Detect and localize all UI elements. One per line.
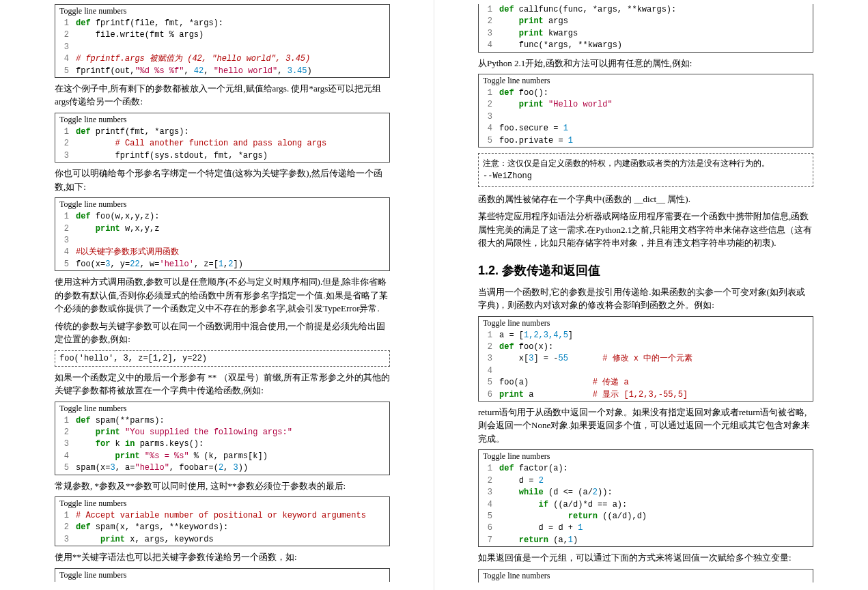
para: 从Python 2.1开始,函数和方法可以拥有任意的属性,例如:	[478, 57, 813, 70]
toggle-link[interactable]: Toggle line numbers	[479, 74, 813, 87]
code-block-mutable: Toggle line numbers 1a = [1,2,3,4,5] 2de…	[478, 316, 813, 402]
page-gutter	[434, 0, 434, 590]
toggle-link[interactable]: Toggle line numbers	[55, 569, 389, 582]
para: 常规参数, *参数及**参数可以同时使用, 这时**参数必须位于参数表的最后:	[55, 479, 390, 493]
code-block-fprintf: Toggle line numbers 1def fprintf(file, f…	[55, 4, 390, 78]
code-block-cut: Toggle line numbers	[478, 569, 813, 582]
toggle-link[interactable]: Toggle line numbers	[479, 317, 813, 330]
left-page: Toggle line numbers 1def fprintf(file, f…	[0, 0, 431, 590]
toggle-link[interactable]: Toggle line numbers	[55, 402, 389, 415]
para: 在这个例子中,所有剩下的参数都被放入一个元组,赋值给args. 使用*args还…	[55, 82, 390, 109]
toggle-link[interactable]: Toggle line numbers	[479, 570, 813, 582]
note-line: 注意：这仅仅是自定义函数的特权，内建函数或者类的方法是没有这种行为的。	[483, 158, 809, 169]
code-block-foo-attr: Toggle line numbers 1def foo(): 2 print …	[478, 74, 813, 148]
toggle-link[interactable]: Toggle line numbers	[479, 450, 813, 463]
para: 某些特定应用程序如语法分析器或网络应用程序需要在一个函数中携带附加信息,函数属性…	[478, 210, 813, 250]
para: 如果返回值是一个元组，可以通过下面的方式来将返回值一次赋给多个独立变量:	[478, 551, 813, 565]
toggle-link[interactable]: Toggle line numbers	[55, 497, 389, 510]
para: 你也可以明确给每个形参名字绑定一个特定值(这称为关键字参数),然后传递给一个函数…	[55, 167, 390, 193]
code-block-cut: Toggle line numbers	[55, 568, 390, 582]
code-block-spam: Toggle line numbers 1def spam(**parms): …	[55, 402, 390, 475]
para: return语句用于从函数中返回一个对象。如果没有指定返回对象或者return语…	[478, 406, 813, 446]
section-heading: 1.2. 参数传递和返回值	[478, 262, 813, 279]
note-box: 注意：这仅仅是自定义函数的特权，内建函数或者类的方法是没有这种行为的。 --We…	[478, 153, 813, 187]
toggle-link[interactable]: Toggle line numbers	[55, 198, 389, 211]
code-block-foo-kw: Toggle line numbers 1def foo(w,x,y,z): 2…	[55, 197, 390, 271]
right-page: 1def callfunc(func, *args, **kwargs): 2 …	[437, 0, 868, 590]
code-block-callfunc: 1def callfunc(func, *args, **kwargs): 2 …	[478, 4, 813, 53]
code-block-factor: Toggle line numbers 1def factor(a): 2 d …	[478, 449, 813, 547]
para: 使用这种方式调用函数,参数可以是任意顺序(不必与定义时顺序相同).但是,除非你省…	[55, 275, 390, 315]
code-block-spam2: Toggle line numbers 1# Accept variable n…	[55, 496, 390, 546]
note-author: --WeiZhong	[483, 171, 809, 182]
inline-code: foo('hello', 3, z=[1,2], y=22)	[55, 350, 390, 367]
page-spread: Toggle line numbers 1def fprintf(file, f…	[0, 0, 868, 590]
para: 函数的属性被储存在一个字典中(函数的 __dict__ 属性).	[478, 193, 813, 206]
toggle-link[interactable]: Toggle line numbers	[55, 113, 389, 126]
para: 当调用一个函数时,它的参数是按引用传递给.如果函数的实参一个可变对象(如列表或字…	[478, 285, 813, 312]
code-block-printf: Toggle line numbers 1def printf(fmt, *ar…	[55, 113, 390, 163]
para: 使用**关键字语法也可以把关键字参数传递给另一个函数，如:	[55, 550, 390, 564]
para: 传统的参数与关键字参数可以在同一个函数调用中混合使用,一个前提是必须先给出固定位…	[55, 320, 390, 346]
toggle-link[interactable]: Toggle line numbers	[55, 5, 389, 18]
para: 如果一个函数定义中的最后一个形参有 ** （双星号）前缀,所有正常形参之外的其他…	[55, 371, 390, 397]
